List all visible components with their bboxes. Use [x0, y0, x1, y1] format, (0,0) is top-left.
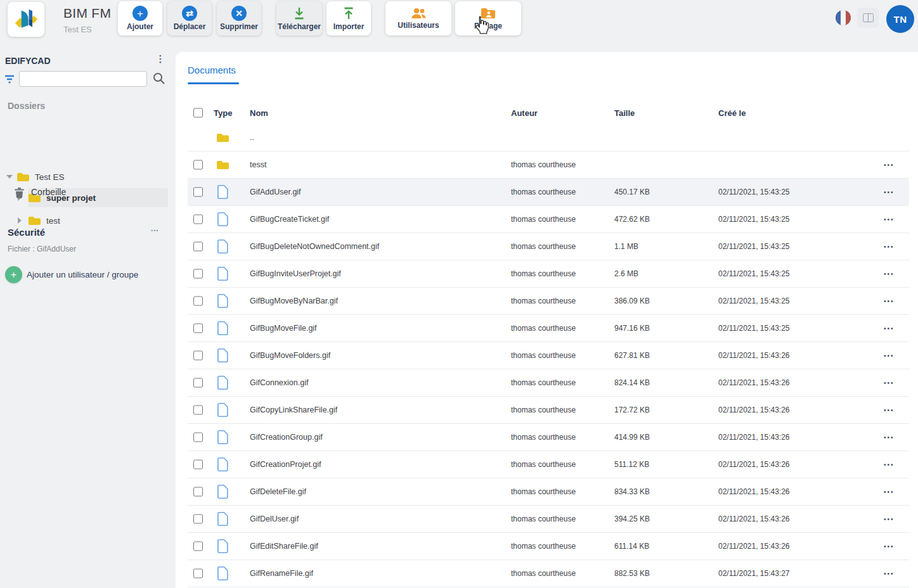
users-button[interactable]: Utilisateurs [385, 1, 451, 35]
row-checkbox[interactable] [193, 297, 203, 306]
filter-icon[interactable] [3, 73, 16, 86]
file-name[interactable]: tesst [250, 160, 266, 169]
table-row[interactable]: GifBugMoveFile.gif thomas courtheuse 947… [188, 315, 909, 342]
row-actions-button[interactable] [881, 350, 897, 362]
select-all-checkbox[interactable] [193, 108, 203, 118]
table-row[interactable]: tesst thomas courtheuse [188, 151, 909, 179]
file-name[interactable]: GifBugMoveByNarBar.gif [250, 297, 338, 305]
row-checkbox[interactable] [193, 160, 203, 170]
file-name[interactable]: GifBugMoveFolders.gif [250, 351, 330, 360]
file-name[interactable]: GifDelUser.gif [250, 514, 299, 523]
row-checkbox[interactable] [193, 269, 203, 279]
row-actions-button[interactable] [881, 159, 897, 171]
add-user-group-button[interactable] [5, 266, 22, 283]
row-checkbox[interactable] [193, 242, 203, 252]
add-user-group-label[interactable]: Ajouter un utilisateur / groupe [27, 270, 138, 279]
file-name[interactable]: GifCreationGroup.gif [250, 433, 323, 442]
tab-documents[interactable]: Documents [188, 65, 236, 75]
row-checkbox[interactable] [193, 569, 203, 578]
row-checkbox[interactable] [193, 188, 203, 197]
file-name[interactable]: GifBugDeleteNotOwnedComment.gif [250, 242, 379, 251]
file-created: 02/11/2021, 15:43:25 [718, 297, 790, 305]
table-row[interactable]: GifBugCreateTicket.gif thomas courtheuse… [188, 206, 909, 233]
table-row[interactable]: GifBugMoveFolders.gif thomas courtheuse … [188, 342, 909, 369]
user-avatar[interactable]: TN [886, 5, 914, 33]
row-checkbox[interactable] [193, 324, 203, 333]
table-row[interactable]: .. [188, 124, 909, 151]
row-actions-button[interactable] [881, 486, 897, 498]
table-row[interactable]: GifEditShareFile.gif thomas courtheuse 6… [188, 533, 909, 560]
file-name[interactable]: GifBugMoveFile.gif [250, 324, 317, 333]
table-row[interactable]: GifCreationGroup.gif thomas courtheuse 4… [188, 424, 909, 451]
row-checkbox[interactable] [193, 433, 203, 442]
row-actions-button[interactable] [881, 404, 897, 416]
row-checkbox[interactable] [193, 406, 203, 415]
file-name[interactable]: GifBugInviteUserProjet.gif [250, 269, 341, 278]
folder-search-input[interactable] [19, 71, 147, 87]
row-actions-button[interactable] [881, 295, 897, 307]
row-checkbox[interactable] [193, 378, 203, 388]
file-name[interactable]: GifCopyLinkShareFile.gif [250, 406, 337, 414]
chevron-icon[interactable] [6, 175, 13, 179]
add-button[interactable]: + Ajouter [118, 1, 162, 35]
sidebar-item-trash[interactable]: Corbeille [14, 182, 66, 201]
column-header-name[interactable]: Nom [250, 108, 268, 118]
file-name[interactable]: GifAddUser.gif [250, 188, 301, 196]
row-checkbox[interactable] [193, 514, 203, 524]
table-row[interactable]: GifRenameFile.gif thomas courtheuse 882.… [188, 560, 909, 587]
layout-toggle-button[interactable] [857, 8, 879, 28]
table-row[interactable]: GifBugInviteUserProjet.gif thomas courth… [188, 260, 909, 288]
language-flag-icon[interactable] [836, 10, 851, 25]
file-name[interactable]: GifRenameFile.gif [250, 569, 313, 578]
file-name[interactable]: GifDeleteFile.gif [250, 487, 306, 496]
workspace-menu-icon[interactable] [155, 53, 165, 66]
row-checkbox[interactable] [193, 215, 203, 224]
table-row[interactable]: GifDelUser.gif thomas courtheuse 394.25 … [188, 506, 909, 533]
row-actions-button[interactable] [881, 513, 897, 525]
file-author: thomas courtheuse [511, 487, 576, 496]
chevron-icon[interactable] [18, 217, 22, 224]
file-size: 472.62 KB [614, 215, 650, 224]
move-button[interactable]: ⇄ Déplacer [167, 1, 212, 35]
import-button[interactable]: Importer [326, 1, 371, 35]
row-actions-button[interactable] [881, 323, 897, 335]
row-type-cell [216, 348, 228, 363]
column-header-author[interactable]: Auteur [511, 108, 538, 118]
download-button[interactable]: Télécharger [276, 1, 322, 35]
column-header-created[interactable]: Créé le [718, 108, 746, 118]
delete-button[interactable]: ✕ Supprimer [217, 1, 261, 35]
file-name[interactable]: GifEditShareFile.gif [250, 542, 318, 551]
security-menu-icon[interactable] [151, 224, 158, 234]
row-actions-button[interactable] [881, 431, 897, 444]
sidebar-folder-test[interactable]: test [28, 211, 168, 230]
table-row[interactable]: GifCreationProjet.gif thomas courtheuse … [188, 451, 909, 478]
file-name[interactable]: GifBugCreateTicket.gif [250, 215, 329, 224]
table-row[interactable]: GifCopyLinkShareFile.gif thomas courtheu… [188, 397, 909, 424]
column-header-size[interactable]: Taille [614, 108, 635, 118]
file-name[interactable]: GifCreationProjet.gif [250, 460, 321, 469]
table-row[interactable]: GifAddUser.gif thomas courtheuse 450.17 … [188, 179, 909, 206]
row-actions-button[interactable] [881, 268, 897, 280]
file-name[interactable]: GifConnexion.gif [250, 378, 308, 387]
table-row[interactable]: GifBugMoveByNarBar.gif thomas courtheuse… [188, 288, 909, 315]
share-button[interactable]: Partage [455, 1, 521, 35]
row-checkbox[interactable] [193, 460, 203, 470]
row-actions-button[interactable] [881, 241, 897, 253]
file-created: 02/11/2021, 15:43:25 [718, 215, 790, 224]
row-actions-button[interactable] [881, 459, 897, 471]
row-actions-button[interactable] [881, 568, 897, 580]
table-row[interactable]: GifConnexion.gif thomas courtheuse 824.1… [188, 369, 909, 397]
file-name[interactable]: .. [250, 133, 254, 142]
row-actions-button[interactable] [881, 186, 897, 198]
search-icon[interactable] [152, 72, 165, 85]
row-actions-button[interactable] [881, 377, 897, 389]
row-actions-button[interactable] [881, 540, 897, 553]
table-row[interactable]: GifDeleteFile.gif thomas courtheuse 834.… [188, 478, 909, 506]
row-checkbox[interactable] [193, 351, 203, 361]
row-actions-button[interactable] [881, 214, 897, 226]
row-checkbox[interactable] [193, 542, 203, 551]
table-row[interactable]: GifBugDeleteNotOwnedComment.gif thomas c… [188, 233, 909, 260]
column-header-type[interactable]: Type [214, 108, 232, 118]
app-logo[interactable] [8, 2, 44, 37]
row-checkbox[interactable] [193, 487, 203, 497]
